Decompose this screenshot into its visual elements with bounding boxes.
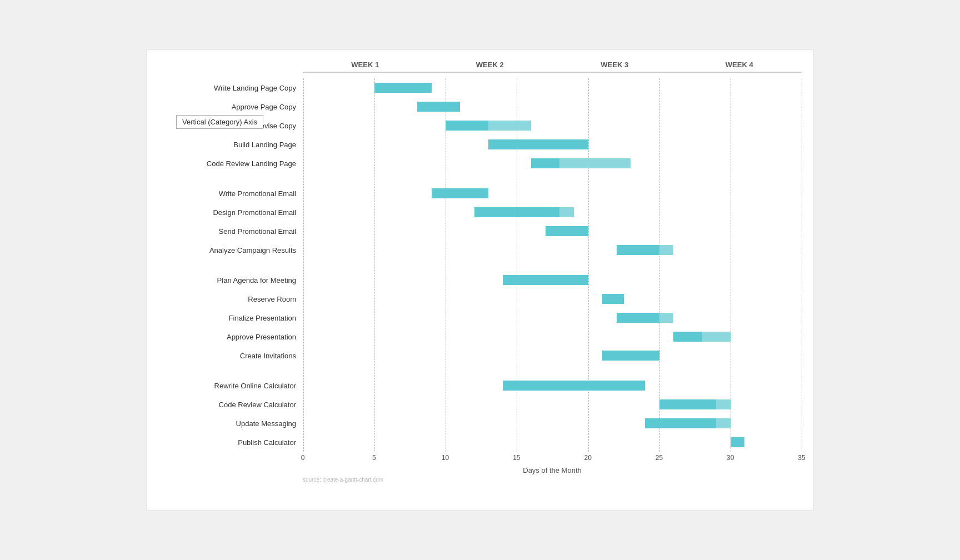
gantt-row [303, 203, 802, 222]
task-bar[interactable] [432, 188, 489, 198]
task-label: Update Messaging [158, 414, 303, 433]
task-bar[interactable] [673, 332, 731, 342]
task-bar[interactable] [446, 121, 531, 131]
task-label: Send Promotional Email [158, 222, 303, 241]
gantt-row [303, 184, 802, 203]
spacer-label [158, 259, 303, 271]
spacer-row [303, 173, 802, 184]
task-bar[interactable] [645, 418, 731, 428]
gantt-row [303, 241, 802, 259]
axis-tick: 30 [727, 454, 734, 462]
task-label: Reserve Room [158, 289, 303, 308]
labels-panel: Write Landing Page CopyApprove Page Copy… [158, 78, 303, 452]
axis-tooltip: Vertical (Category) Axis [176, 115, 263, 129]
gantt-row [303, 271, 802, 289]
grid-line [802, 78, 802, 452]
axis-tick: 10 [442, 454, 449, 462]
task-bar[interactable] [474, 207, 574, 217]
task-bar[interactable] [531, 158, 631, 168]
task-label: Write Promotional Email [158, 184, 303, 203]
spacer-label [158, 173, 303, 184]
task-bar[interactable] [659, 399, 731, 409]
axis-tick: 0 [301, 454, 305, 462]
gantt-panel [303, 78, 802, 452]
gantt-row [303, 222, 802, 241]
gantt-row [303, 346, 802, 365]
chart-body: Write Landing Page CopyApprove Page Copy… [158, 78, 802, 452]
label-col-header [158, 61, 303, 73]
gantt-row [303, 154, 802, 173]
gantt-row [303, 376, 802, 395]
axis-tick: 20 [584, 454, 591, 462]
gantt-row [303, 289, 802, 308]
gantt-row [303, 116, 802, 135]
gantt-row [303, 97, 802, 116]
spacer-row [303, 259, 802, 271]
task-bar[interactable] [488, 139, 588, 149]
task-bar[interactable] [731, 437, 745, 447]
task-label: Design Promotional Email [158, 203, 303, 222]
task-bar[interactable] [617, 245, 674, 255]
spacer-label [158, 365, 303, 376]
gantt-chart: Vertical (Category) Axis WEEK 1 WEEK 2 W… [147, 49, 813, 511]
task-bar[interactable] [417, 102, 460, 112]
task-label: Code Review Landing Page [158, 154, 303, 173]
task-bar[interactable] [503, 381, 645, 391]
week-3-label: WEEK 3 [552, 61, 677, 73]
task-bar[interactable] [602, 294, 623, 304]
task-label: Write Landing Page Copy [158, 78, 303, 97]
axis-tick: 5 [372, 454, 376, 462]
task-label: Rewrite Online Calculator [158, 376, 303, 395]
week-2-label: WEEK 2 [428, 61, 553, 73]
task-bar[interactable] [617, 313, 674, 323]
task-label: Plan Agenda for Meeting [158, 271, 303, 289]
task-label: Create Invitations [158, 346, 303, 365]
gantt-row [303, 135, 802, 154]
task-bar[interactable] [546, 226, 588, 236]
gantt-row [303, 395, 802, 414]
watermark: source: create-a-gantt-chart.com [303, 477, 802, 483]
task-label: Approve Page Copy [158, 97, 303, 116]
week-4-label: WEEK 4 [677, 61, 802, 73]
weeks-header: WEEK 1 WEEK 2 WEEK 3 WEEK 4 [303, 61, 802, 73]
axis-tick: 25 [656, 454, 663, 462]
task-label: Analyze Campaign Results [158, 241, 303, 259]
task-bar[interactable] [503, 275, 588, 285]
task-label: Publish Calculator [158, 433, 303, 452]
gantt-row [303, 78, 802, 97]
gantt-row [303, 433, 802, 452]
axis-tick: 35 [798, 454, 805, 462]
task-label: Build Landing Page [158, 135, 303, 154]
gantt-row [303, 327, 802, 346]
task-bar[interactable] [602, 351, 659, 361]
weeks-header-row: WEEK 1 WEEK 2 WEEK 3 WEEK 4 [158, 61, 802, 73]
week-1-label: WEEK 1 [303, 61, 428, 73]
task-label: Code Review Calculator [158, 395, 303, 414]
spacer-row [303, 365, 802, 376]
x-axis-label: Days of the Month [303, 466, 802, 474]
axis-tick: 15 [513, 454, 520, 462]
task-label: Finalize Presentation [158, 308, 303, 327]
gantt-row [303, 414, 802, 433]
task-bar[interactable] [374, 83, 432, 93]
gantt-row [303, 308, 802, 327]
task-label: Approve Presentation [158, 327, 303, 346]
x-axis: 05101520253035 [303, 454, 802, 465]
